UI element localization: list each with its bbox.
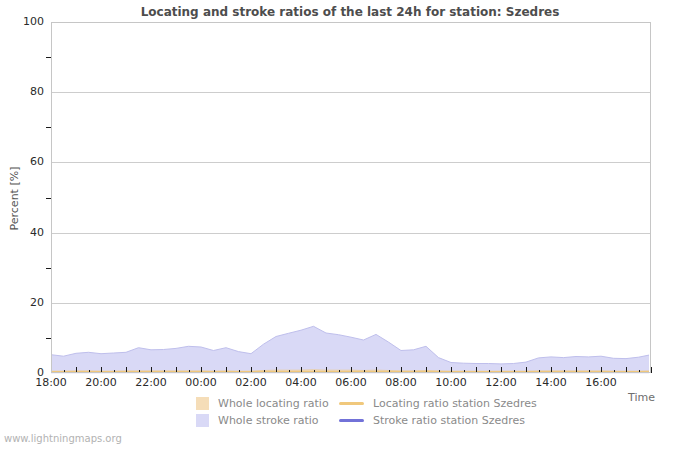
watermark: www.lightningmaps.org [4,433,122,444]
x-tick-label: 00:00 [179,377,223,389]
chart-page: Locating and stroke ratios of the last 2… [0,0,700,450]
legend-label-whole-stroke-ratio: Whole stroke ratio [218,414,330,427]
legend-swatch-locating-ratio-station [339,402,364,405]
x-tick-label: 20:00 [79,377,123,389]
x-axis-title: Time [555,391,655,404]
legend: Whole locating ratio Locating ratio stat… [196,397,537,427]
x-tick-label: 04:00 [279,377,323,389]
legend-swatch-whole-stroke-ratio [196,414,209,427]
legend-swatch-stroke-ratio-station [339,419,364,422]
legend-label-locating-ratio-station: Locating ratio station Szedres [373,397,537,410]
x-tick-label: 14:00 [529,377,573,389]
legend-label-stroke-ratio-station: Stroke ratio station Szedres [373,414,537,427]
x-tick-label: 16:00 [579,377,623,389]
y-tick-label: 20 [0,297,44,309]
x-tick-label: 18:00 [29,377,73,389]
x-tick-label: 02:00 [229,377,273,389]
legend-swatch-whole-locating-ratio [196,397,209,410]
y-tick-label: 80 [0,86,44,98]
x-tick-label: 12:00 [479,377,523,389]
x-tick-label: 22:00 [129,377,173,389]
x-tick-label: 10:00 [429,377,473,389]
legend-label-whole-locating-ratio: Whole locating ratio [218,397,330,410]
y-tick-label: 100 [0,16,44,28]
x-tick-label: 08:00 [379,377,423,389]
y-tick-label: 60 [0,156,44,168]
x-tick-label: 06:00 [329,377,373,389]
y-tick-label: 40 [0,227,44,239]
